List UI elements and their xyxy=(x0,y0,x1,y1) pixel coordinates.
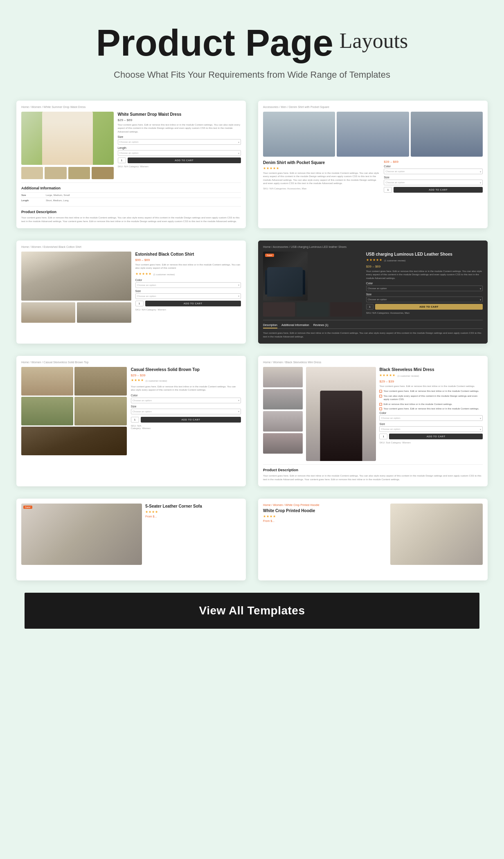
template-card-6[interactable]: Home / Women / Black Sleeveless Mini Dre… xyxy=(258,356,488,486)
template-card-4[interactable]: Home / Accessories / USB charging Lumino… xyxy=(258,241,488,344)
template-card-7[interactable]: Sale! 5-Seater Leather Corner Sofa ★★★★ … xyxy=(16,499,246,580)
atc-button-2[interactable]: ADD TO CART xyxy=(394,187,483,193)
tab-description-4[interactable]: Description xyxy=(263,324,277,328)
template-card-1[interactable]: Home / Women / White Summer Drop Waist D… xyxy=(16,101,246,228)
product-price-7: From $... xyxy=(145,515,241,518)
checkbox-6c[interactable] xyxy=(379,403,382,406)
product-img-5d xyxy=(74,397,126,425)
size-select-4[interactable]: Choose an option ▾ xyxy=(366,297,483,302)
product-thumb-4b[interactable] xyxy=(297,302,328,317)
color-select-6[interactable]: Choose an option ▾ xyxy=(379,415,483,421)
product-img-5b xyxy=(74,367,126,396)
stars-3: ★★★★★ xyxy=(135,272,152,276)
product-price-3: $99 – $69 xyxy=(135,258,241,262)
sku-3: SKU: N/A Category: Women xyxy=(135,308,241,311)
template-card-2[interactable]: Accessories / Men / Denim Shirt with Poc… xyxy=(258,101,488,228)
product-main-image-1 xyxy=(21,112,114,165)
template-card-8[interactable]: Home / Women / White Crop Printed Hoodie… xyxy=(258,499,488,580)
checkbox-6b[interactable] xyxy=(379,395,382,398)
page-subtitle: Choose What Fits Your Requirements from … xyxy=(16,70,488,80)
additional-info-title-1: Additional Information xyxy=(21,186,241,190)
breadcrumb-2: Accessories / Men / Denim Shirt with Poc… xyxy=(263,106,483,108)
color-select-4[interactable]: Choose an option ▾ xyxy=(366,286,483,291)
template-card-5[interactable]: Home / Women / Casual Sleeveless Solid B… xyxy=(16,356,246,486)
atc-button-1[interactable]: ADD TO CART xyxy=(128,157,241,163)
product-thumb-6c[interactable] xyxy=(263,411,303,432)
product-title-5: Casual Sleeveless Solid Brown Top xyxy=(131,367,241,372)
view-all-button[interactable]: View All Templates xyxy=(25,593,479,629)
size-select-1[interactable]: Choose an option ▾ xyxy=(118,139,241,145)
product-thumb-3b[interactable] xyxy=(77,302,131,323)
product-thumb-6a[interactable] xyxy=(263,367,303,387)
size-label-3: Size xyxy=(135,290,241,292)
checkbox-6d[interactable] xyxy=(379,407,382,410)
stars-7: ★★★★ xyxy=(145,510,241,514)
product-title-1: White Summer Drop Waist Dress xyxy=(118,112,241,117)
product-desc-title-6: Product Description xyxy=(263,468,483,472)
color-select-5[interactable]: Choose an option ▾ xyxy=(131,398,241,403)
size-label-1: Size xyxy=(118,135,241,138)
product-thumb-6b[interactable] xyxy=(263,389,303,409)
size-select-2[interactable]: Choose an option ▾ xyxy=(384,180,483,185)
product-title-7: 5-Seater Leather Corner Sofa xyxy=(145,504,241,509)
tab-additional-4[interactable]: Additional Information xyxy=(281,324,309,328)
size-select-3[interactable]: Choose an option ▾ xyxy=(135,293,241,299)
product-thumb-1c[interactable] xyxy=(68,167,90,179)
breadcrumb-4: Home / Accessories / USB charging Lumino… xyxy=(263,245,483,248)
product-img-5c xyxy=(21,397,73,425)
page-header: Product Page Layouts Choose What Fits Yo… xyxy=(16,25,488,80)
checkbox-6a[interactable] xyxy=(379,390,382,393)
sku-2: SKU: N/A Categories: Accessories, Man xyxy=(263,187,380,190)
templates-grid: Home / Women / White Summer Drop Waist D… xyxy=(16,101,488,580)
stars-label-3: (1 customer review) xyxy=(153,273,175,276)
page-title: Product Page xyxy=(96,25,333,61)
product-main-img-6 xyxy=(306,367,376,461)
cta-section: View All Templates xyxy=(16,593,488,629)
stars-6: ★★★★★ xyxy=(379,373,396,377)
size-info-label-1: Size xyxy=(21,194,46,196)
size-select-5[interactable]: Choose an option ▾ xyxy=(131,409,241,414)
product-price-8: From $... xyxy=(263,519,387,522)
product-main-img-2a xyxy=(263,112,335,157)
color-select-3[interactable]: Choose an option ▾ xyxy=(135,282,241,288)
qty-input-6[interactable]: 1 xyxy=(379,434,387,439)
product-desc-3: Your content goes here. Edit or remove t… xyxy=(135,263,241,270)
atc-button-4[interactable]: ADD TO CART xyxy=(375,304,483,310)
product-title-8: White Crop Printed Hoodie xyxy=(263,508,387,513)
tab-reviews-4[interactable]: Reviews (1) xyxy=(313,324,328,328)
atc-button-6[interactable]: ADD TO CART xyxy=(389,434,483,439)
qty-input-2[interactable]: 1 xyxy=(384,187,392,193)
product-thumb-4c[interactable] xyxy=(330,302,362,317)
product-thumb-1b[interactable] xyxy=(45,167,66,179)
size-label-2: Size xyxy=(384,176,483,179)
breadcrumb-3: Home / Women / Estonished Black Cotton S… xyxy=(21,245,241,248)
product-thumb-3a[interactable] xyxy=(21,302,75,323)
breadcrumb-5: Home / Women / Casual Sleeveless Solid B… xyxy=(21,361,241,364)
product-thumb-1d[interactable] xyxy=(92,167,113,179)
product-thumb-6d[interactable] xyxy=(263,433,303,454)
size-select-6[interactable]: Choose an option ▾ xyxy=(379,426,483,432)
product-desc-2: Your content goes here. Edit or remove t… xyxy=(263,171,380,185)
atc-button-5[interactable]: ADD TO CART xyxy=(141,417,241,423)
qty-input-4[interactable]: 1 xyxy=(366,304,374,310)
product-thumb-4a[interactable] xyxy=(263,302,295,317)
template-card-3[interactable]: Home / Women / Estonished Black Cotton S… xyxy=(16,241,246,344)
size-info-val-1: Large, Medium, Small xyxy=(46,194,70,196)
mockup-4: Home / Accessories / USB charging Lumino… xyxy=(258,241,488,344)
stars-8: ★★★★ xyxy=(263,515,387,518)
length-select-1[interactable]: Choose an option ▾ xyxy=(118,150,241,156)
check-text-6b: You can also style every aspect of this … xyxy=(383,394,483,401)
qty-input-1[interactable]: 1 xyxy=(118,157,126,163)
qty-input-3[interactable]: 1 xyxy=(135,301,144,306)
product-thumb-1a[interactable] xyxy=(21,167,43,179)
product-desc-title-1: Product Description xyxy=(21,210,241,214)
stars-2: ★★★★★ xyxy=(263,166,380,170)
check-text-6a: Your content goes here. Edit or remove t… xyxy=(383,389,479,393)
length-label-1: Length xyxy=(118,146,241,149)
color-select-2[interactable]: Choose an option ▾ xyxy=(384,169,483,174)
stars-label-5: (1 customer review) xyxy=(146,380,167,382)
qty-input-5[interactable]: 1 xyxy=(131,417,139,423)
product-main-img-2b xyxy=(337,112,409,157)
atc-button-3[interactable]: ADD TO CART xyxy=(145,301,241,306)
length-info-val-1: Short, Medium, Long xyxy=(46,199,69,202)
